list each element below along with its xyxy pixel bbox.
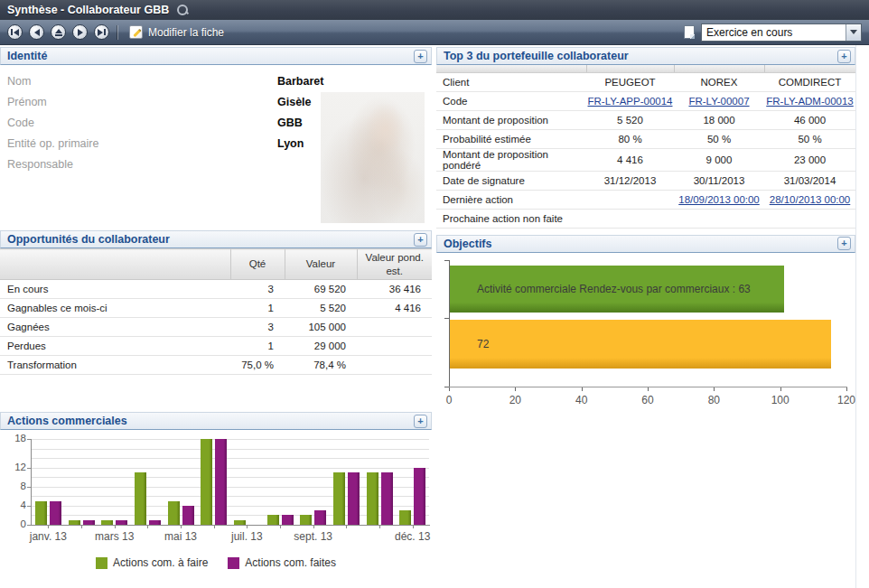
cell-link[interactable]: 28/10/2013 00:00 bbox=[770, 194, 851, 205]
opportunities-panel: Opportunités du collaborateur + QtéValeu… bbox=[0, 230, 432, 375]
chart-bar-faites bbox=[215, 439, 227, 525]
row-label: Date de signature bbox=[436, 171, 586, 190]
identity-panel-header: Identité + bbox=[0, 47, 432, 65]
cell-link[interactable]: FR-LY-APP-00014 bbox=[588, 96, 673, 107]
previous-arrow-glyph bbox=[34, 29, 40, 36]
x-axis-tick bbox=[115, 526, 116, 528]
exercise-select[interactable]: Exercice en cours bbox=[701, 23, 862, 42]
x-axis-tick bbox=[379, 526, 380, 528]
x-axis-label: mai 13 bbox=[164, 530, 197, 543]
cell-value: COMDIRECT bbox=[764, 72, 855, 91]
report-page-icon[interactable] bbox=[684, 25, 695, 39]
top3-panel-header: Top 3 du portefeuille collaborateur + bbox=[436, 47, 855, 65]
cell-value: 36 416 bbox=[357, 280, 432, 299]
exercise-select-value: Exercice en cours bbox=[702, 26, 846, 39]
row-label: Perdues bbox=[0, 337, 230, 356]
row-label: Montant de proposition pondéré bbox=[436, 148, 586, 171]
objectifs-panel-title: Objectifs bbox=[444, 238, 492, 250]
chart-bar-a-faire bbox=[69, 520, 80, 525]
field-label: Entité op. primaire bbox=[0, 137, 277, 150]
cell-link[interactable]: FR-LY-00007 bbox=[688, 96, 749, 107]
column-header bbox=[0, 249, 230, 280]
x-axis-tick bbox=[181, 526, 182, 528]
x-axis-tick bbox=[313, 526, 314, 528]
legend-swatch bbox=[96, 557, 107, 569]
previous-record-button[interactable] bbox=[29, 24, 44, 40]
next-record-button[interactable] bbox=[72, 24, 88, 40]
x-axis-tick bbox=[648, 387, 649, 391]
field-label: Code bbox=[0, 117, 277, 129]
table-row: Montant de proposition pondéré4 4169 000… bbox=[436, 148, 855, 171]
cell-link[interactable]: 18/09/2013 00:00 bbox=[678, 194, 760, 205]
cell-value: 5 520 bbox=[586, 110, 674, 129]
row-label: Client bbox=[436, 72, 586, 91]
chart-bar-faites bbox=[348, 472, 360, 525]
chart-bar-a-faire bbox=[333, 472, 345, 525]
cell-value bbox=[764, 209, 855, 228]
x-axis-tick bbox=[147, 526, 148, 528]
y-axis-label: 12 bbox=[0, 462, 26, 472]
objectifs-panel-header: Objectifs + bbox=[436, 235, 855, 253]
chart-bar-a-faire bbox=[367, 472, 378, 525]
collaborator-photo bbox=[321, 92, 425, 223]
cell-value: 75,0 % bbox=[230, 356, 285, 375]
x-axis-tick bbox=[48, 526, 49, 528]
cell-value: 46 000 bbox=[764, 110, 855, 129]
last-record-button[interactable] bbox=[94, 24, 109, 40]
title-bar: Synthèse - Collaborateur GBB bbox=[0, 0, 869, 20]
objectif-bar: Activité commerciale Rendez-vous par com… bbox=[450, 266, 784, 313]
edit-record-button[interactable]: Modifier la fiche bbox=[126, 23, 228, 41]
top3-table: ClientPEUGEOTNOREXCOMDIRECTCodeFR-LY-APP… bbox=[436, 65, 855, 229]
chart-bar-faites bbox=[116, 520, 127, 525]
table-row: Montant de proposition5 52018 00046 000 bbox=[436, 110, 855, 129]
cell-value: 9 000 bbox=[674, 148, 764, 171]
y-axis-tick bbox=[27, 439, 31, 440]
x-axis bbox=[31, 525, 430, 526]
opportunities-expand-button[interactable]: + bbox=[414, 233, 427, 247]
table-row: Transformation75,0 %78,4 % bbox=[0, 356, 432, 375]
objectif-bar-label: Activité commerciale Rendez-vous par com… bbox=[450, 283, 751, 295]
field-label: Nom bbox=[0, 75, 277, 88]
x-axis-label: 40 bbox=[575, 394, 587, 406]
actions-panel-title: Actions commerciales bbox=[7, 415, 127, 427]
x-axis-label: mars 13 bbox=[95, 530, 134, 543]
table-row: Gagnées3105 000 bbox=[0, 318, 432, 337]
row-label: En cours bbox=[0, 280, 230, 299]
y-axis bbox=[31, 439, 32, 526]
cell-value bbox=[357, 337, 432, 356]
top3-expand-button[interactable]: + bbox=[837, 50, 851, 63]
legend-swatch bbox=[228, 557, 239, 569]
cell-value: FR-LY-ADM-00013 bbox=[764, 91, 855, 110]
cell-value: 28/10/2013 00:00 bbox=[764, 190, 855, 209]
chart-bar-a-faire bbox=[168, 501, 180, 525]
table-row: Dernière action18/09/2013 00:0028/10/201… bbox=[436, 190, 855, 209]
cell-value: 29 000 bbox=[285, 337, 357, 356]
chevron-down-icon[interactable] bbox=[846, 24, 861, 41]
y-axis-label: 4 bbox=[0, 499, 26, 510]
header-row: QtéValeurValeur pond. est. bbox=[0, 249, 432, 280]
actions-expand-button[interactable]: + bbox=[414, 415, 427, 428]
chart-bar-a-faire bbox=[300, 515, 312, 525]
opportunities-panel-title: Opportunités du collaborateur bbox=[7, 233, 170, 246]
chart-bar-a-faire bbox=[35, 501, 47, 525]
identity-fields: NomBarbaretPrénomGisèleCodeGBBEntité op.… bbox=[0, 65, 432, 226]
field-value: GBB bbox=[277, 117, 303, 129]
identity-expand-button[interactable]: + bbox=[414, 50, 427, 63]
cell-value: 50 % bbox=[674, 129, 764, 148]
x-axis-tick bbox=[346, 526, 347, 528]
cell-value: 31/12/2013 bbox=[586, 171, 674, 190]
identity-panel: Identité + NomBarbaretPrénomGisèleCodeGB… bbox=[0, 47, 432, 226]
first-record-button[interactable] bbox=[7, 24, 23, 40]
objectifs-expand-button[interactable]: + bbox=[837, 237, 851, 250]
magnifier-icon[interactable] bbox=[176, 4, 189, 16]
cell-value: 1 bbox=[230, 337, 285, 356]
parent-list-button[interactable] bbox=[51, 24, 66, 40]
cell-link[interactable]: FR-LY-ADM-00013 bbox=[766, 96, 854, 107]
column-header: Qté bbox=[230, 249, 285, 280]
x-axis-tick bbox=[280, 526, 281, 528]
chart-bar-faites bbox=[414, 468, 425, 525]
chart-bar-faites bbox=[83, 520, 95, 525]
strip-cell bbox=[586, 65, 674, 72]
x-axis-label: 60 bbox=[641, 394, 653, 406]
x-axis-tick bbox=[449, 387, 450, 391]
